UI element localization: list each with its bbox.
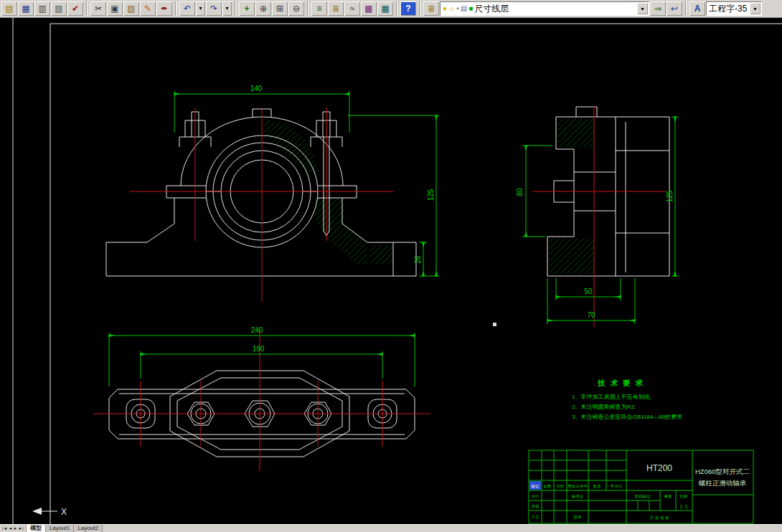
dim-front-width: 140 (250, 85, 263, 92)
dim-plan-bolt-span: 190 (253, 345, 265, 353)
dim-side-depth: 50 (584, 288, 593, 295)
zoom-window-button[interactable]: ⊞ (272, 1, 288, 16)
zoom-realtime-button[interactable]: ⊕ (255, 1, 271, 16)
tb-label-fenqu: 分区 (557, 484, 565, 488)
zoom-window-icon: ⊞ (276, 4, 283, 13)
layer-combo-arrow-icon[interactable]: ▼ (637, 3, 648, 14)
tab-model[interactable]: 模型 (27, 525, 46, 532)
layers-dialog-button[interactable]: ≣ (328, 1, 344, 16)
design-center-icon: ▩ (364, 4, 372, 13)
edit-button[interactable]: ✎ (140, 1, 156, 16)
table-button[interactable]: ▦ (377, 1, 393, 16)
lock-icon: ▪ (456, 5, 459, 12)
dim-front-height: 125 (427, 189, 435, 201)
copy-icon: ▣ (110, 4, 118, 13)
tab-nav-next-icon[interactable]: ► (13, 526, 17, 531)
undo-button[interactable]: ↶ (179, 1, 195, 16)
tb-label-wenjian: 更改文件号 (567, 484, 588, 488)
tb-label-zhongliang: 重量 (664, 494, 673, 498)
tab-nav-prev-icon[interactable]: ◄ (9, 526, 13, 531)
tb-label-shenhe: 审核 (532, 504, 540, 508)
tb-label-gongyi: 工艺 (532, 515, 540, 519)
tb-label-qianming: 签名 (593, 484, 601, 489)
dim-front-base: 26 (414, 255, 422, 264)
layer-manager-icon: ≣ (428, 4, 435, 13)
clipboard-icon: ▨ (127, 4, 135, 13)
open-icon: ▤ (5, 4, 13, 13)
layer-combo-value: 尺寸线层 (474, 3, 636, 15)
redo-button[interactable]: ↷ (206, 1, 222, 16)
tb-sheet-count: 共 张 第 张 (649, 516, 669, 521)
statusbar-filler (103, 525, 782, 532)
tb-part-name-line2: 螺柱正滑动轴承 (699, 479, 747, 487)
zoom-previous-button[interactable]: ⊖ (288, 1, 304, 16)
status-bar: |◄ ◄ ► ►| 模型 Layout1 Layout2 (0, 524, 782, 532)
tb-label-biaoji: 标记 (531, 484, 540, 489)
tb-label-riqi: 年月日 (611, 484, 623, 489)
save-button[interactable]: ▦ (18, 1, 34, 16)
zoom-previous-icon: ⊖ (293, 4, 300, 13)
design-center-button[interactable]: ▩ (361, 1, 377, 16)
pan-button[interactable]: + (239, 1, 255, 16)
chevron-down-icon: ▾ (199, 6, 202, 11)
linetype-button[interactable]: ≈ (344, 1, 360, 16)
dim-side-base: 70 (587, 311, 595, 319)
tb-label-jieduan: 阶段标记 (635, 494, 651, 499)
tb-label-sheji: 设计 (532, 494, 540, 498)
redo-icon: ↷ (210, 4, 217, 13)
ucs-x-arrow-icon (32, 508, 42, 515)
set-layer-current-icon: ⇒ (654, 4, 661, 13)
layer-color-swatch: ■ (468, 5, 473, 12)
tab-nav-first-icon[interactable]: |◄ (2, 526, 8, 531)
save-icon: ▦ (22, 4, 29, 13)
plot-button[interactable]: ▥ (34, 1, 50, 16)
pencil-icon: ✎ (144, 4, 151, 13)
undo-dropdown[interactable]: ▾ (196, 1, 205, 16)
layer-select[interactable]: ● ☼ ▪ ▤ ■ 尺寸线层 ▼ (440, 1, 649, 16)
toolbar-separator (685, 1, 687, 16)
tech-req-item-3: 3、未注铸造公差应符合GB1184—80的要求. (572, 414, 684, 420)
layer-plot-icon: ▤ (461, 5, 467, 12)
sun-icon: ☼ (448, 5, 455, 12)
zoom-icon: ⊕ (260, 4, 267, 13)
copy-button[interactable]: ▣ (107, 1, 123, 16)
toolbar-separator (307, 1, 308, 16)
set-layer-current-button[interactable]: ⇒ (650, 1, 666, 16)
technical-requirements: 技 术 要 求 1、零件加工表面上不应有划痕。 2、未注明圆角铸造为R3; 3、… (572, 379, 684, 420)
tab-layout2[interactable]: Layout2 (74, 525, 102, 532)
text-style-combo-value: 工程字-35 (709, 3, 748, 15)
cad-drawing[interactable]: 140 125 26 80 125 50 70 240 190 技 术 要 求 … (0, 18, 782, 524)
open-button[interactable]: ▤ (1, 1, 17, 16)
tab-layout1[interactable]: Layout1 (46, 525, 74, 532)
cut-button[interactable]: ✂ (90, 1, 106, 16)
text-style-combo-arrow-icon[interactable]: ▼ (750, 3, 760, 14)
tab-nav-last-icon[interactable]: ►| (18, 526, 24, 531)
text-style-select[interactable]: 工程字-35 ▼ (706, 1, 762, 16)
text-style-button[interactable]: A (689, 1, 705, 16)
scissors-icon: ✂ (95, 4, 102, 13)
dim-side-total: 125 (666, 190, 674, 202)
sheet-frame (13, 18, 782, 524)
tb-material: HT200 (646, 463, 672, 473)
paste-button[interactable]: ▨ (123, 1, 139, 16)
title-block: 标记 处数 分区 更改文件号 签名 年月日 设计 标准化 审核 工艺 批准 阶段… (529, 450, 753, 523)
layer-previous-button[interactable]: ↩ (666, 1, 682, 16)
match-properties-button[interactable]: ✒ (156, 1, 172, 16)
drawing-canvas[interactable]: 140 125 26 80 125 50 70 240 190 技 术 要 求 … (0, 18, 782, 524)
tech-req-item-1: 1、零件加工表面上不应有划痕。 (572, 394, 655, 400)
spell-check-button[interactable]: ✔ (67, 1, 83, 16)
help-button[interactable]: ? (400, 1, 416, 16)
toolbar-separator (175, 1, 176, 16)
tb-label-pizhun: 批准 (574, 515, 583, 520)
ucs-icon: X (32, 507, 67, 517)
help-icon: ? (405, 4, 410, 13)
properties-button[interactable]: ≡ (311, 1, 327, 16)
redo-dropdown[interactable]: ▾ (222, 1, 232, 16)
linetype-icon: ≈ (350, 4, 355, 13)
layer-previous-icon: ↩ (671, 4, 678, 13)
layer-manager-button[interactable]: ≣ (423, 1, 439, 16)
tab-nav: |◄ ◄ ► ►| (0, 525, 27, 532)
plot-preview-button[interactable]: ▧ (51, 1, 67, 16)
chevron-down-icon: ▾ (225, 6, 228, 11)
tech-req-item-2: 2、未注明圆角铸造为R3; (572, 404, 636, 410)
